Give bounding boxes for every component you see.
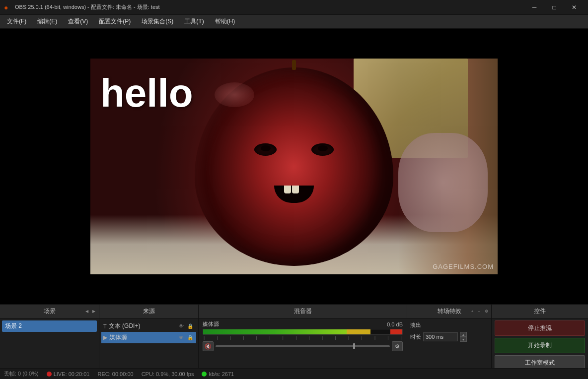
mixer-channel-label: 媒体源 0.0 dB <box>203 320 403 328</box>
sources-panel-header: 来源 <box>99 305 198 318</box>
apple-stem <box>292 60 296 70</box>
preview-area: hello GAGEFILMS.COM <box>0 29 588 304</box>
source-text-actions: 👁 🔒 <box>177 322 194 330</box>
transitions-settings-btn[interactable]: ⚙ <box>483 309 489 315</box>
transitions-type-label: 淡出 <box>410 321 488 329</box>
menu-item-p[interactable]: 配置文件(P) <box>94 16 136 27</box>
mixer-channel-media: 媒体源 0.0 dB ||| ||| ||| ||| ||| | <box>203 320 403 351</box>
title-text: OBS 25.0.1 (64-bit, windows) - 配置文件: 未命名… <box>15 3 160 11</box>
scenes-header-arrows: ◀ ▶ <box>84 309 97 315</box>
mixer-vol-handle[interactable] <box>353 343 355 349</box>
mixer-vol-slider[interactable] <box>216 345 390 347</box>
mixer-panel-header: 混音器 <box>199 305 407 318</box>
source-media-eye-btn[interactable]: 👁 <box>177 334 185 342</box>
start-recording-button[interactable]: 开始录制 <box>495 338 585 353</box>
rec-time-label: REC: 00:00:00 <box>97 371 133 377</box>
kb-indicator <box>202 372 207 377</box>
transitions-panel-header: 转场特效 + − ⚙ <box>407 305 491 318</box>
controls-panel-header: 控件 <box>492 305 588 318</box>
source-media-lock-btn[interactable]: 🔒 <box>186 334 194 342</box>
status-cpu-fps: CPU: 0.9%, 30.00 fps <box>142 371 194 377</box>
source-text-lock-btn[interactable]: 🔒 <box>186 322 194 330</box>
hello-text-overlay: hello <box>100 73 193 113</box>
apple-eye-right <box>311 143 334 156</box>
apple-highlight <box>215 82 254 107</box>
source-text-label: 文本 (GDI+) <box>109 322 141 330</box>
mixer-channel-db: 0.0 dB <box>387 321 403 327</box>
mixer-channel-name: 媒体源 <box>203 320 219 328</box>
cpu-fps-label: CPU: 0.9%, 30.00 fps <box>142 371 194 377</box>
status-live-time: LIVE: 00:20:01 <box>47 371 90 377</box>
stop-streaming-button[interactable]: 停止推流 <box>495 320 585 336</box>
live-indicator <box>47 372 52 377</box>
tooth-1 <box>284 186 291 193</box>
mixer-bar-container <box>203 329 403 335</box>
mixer-bar <box>203 329 402 334</box>
source-media-label: 媒体源 <box>109 333 127 342</box>
source-item-media[interactable]: ▶ 媒体源 👁 🔒 <box>101 332 196 343</box>
transitions-add-btn[interactable]: + <box>469 309 475 315</box>
mixer-bar-red <box>390 329 402 334</box>
menu-item-t[interactable]: 工具(T) <box>179 16 209 27</box>
transitions-header-label: 转场特效 <box>438 307 461 316</box>
watermark-text: GAGEFILMS.COM <box>433 263 494 270</box>
title-bar: ● OBS 25.0.1 (64-bit, windows) - 配置文件: 未… <box>0 0 588 15</box>
transitions-duration-label: 时长 <box>410 333 421 341</box>
media-type-icon: ▶ <box>103 334 107 341</box>
apple-mouth <box>274 186 314 203</box>
minimize-button[interactable]: ─ <box>524 0 544 15</box>
transitions-duration-up[interactable]: ▲ <box>460 332 467 337</box>
transitions-duration-input[interactable] <box>423 332 458 341</box>
scenes-header-label: 场景 <box>44 307 56 316</box>
apple-face <box>244 133 344 208</box>
transitions-duration-row: 时长 ▲ ▼ <box>410 332 488 342</box>
transitions-duration-down[interactable]: ▼ <box>460 337 467 342</box>
controls-header-label: 控件 <box>534 307 546 316</box>
mixer-bar-green <box>203 329 347 334</box>
scene-item-label: 场景 2 <box>5 322 22 330</box>
mixer-header-label: 混音器 <box>294 307 312 316</box>
menu-item-e[interactable]: 编辑(E) <box>32 16 62 27</box>
mixer-bar-yellow <box>347 329 370 334</box>
apple-eye-left <box>254 143 277 156</box>
obs-icon: ● <box>4 3 12 11</box>
scenes-collapse-right[interactable]: ▶ <box>91 309 97 315</box>
transitions-duration-arrows: ▲ ▼ <box>460 332 467 342</box>
preview-canvas: hello GAGEFILMS.COM <box>90 59 498 274</box>
dropped-frames-label: 丢帧: 0 (0.0%) <box>4 370 39 378</box>
transitions-header-controls: + − ⚙ <box>469 309 489 315</box>
transitions-remove-btn[interactable]: − <box>476 309 482 315</box>
status-kb: kb/s: 2671 <box>202 371 234 377</box>
mixer-controls-row: 🔇 ⚙ <box>203 341 403 351</box>
source-media-actions: 👁 🔒 <box>177 334 194 342</box>
title-bar-left: ● OBS 25.0.1 (64-bit, windows) - 配置文件: 未… <box>4 3 160 11</box>
window-controls: ─ □ ✕ <box>524 0 584 15</box>
menu-item-h[interactable]: 帮助(H) <box>210 16 240 27</box>
scenes-panel-header: 场景 ◀ ▶ <box>0 305 99 318</box>
text-type-icon: T <box>103 323 107 329</box>
close-button[interactable]: ✕ <box>564 0 584 15</box>
scenes-collapse-left[interactable]: ◀ <box>84 309 90 315</box>
menu-bar: 文件(F)编辑(E)查看(V)配置文件(P)场景集合(S)工具(T)帮助(H) <box>0 15 588 29</box>
source-item-text[interactable]: T 文本 (GDI+) 👁 🔒 <box>101 320 196 332</box>
menu-item-v[interactable]: 查看(V) <box>63 16 93 27</box>
mixer-mute-btn[interactable]: 🔇 <box>203 341 214 351</box>
background-food <box>398 133 488 232</box>
sources-header-label: 来源 <box>143 307 155 316</box>
status-bar: 丢帧: 0 (0.0%) LIVE: 00:20:01 REC: 00:00:0… <box>0 368 588 379</box>
status-rec-time: REC: 00:00:00 <box>97 371 133 377</box>
scene-item-scene2[interactable]: 场景 2 <box>2 320 97 332</box>
kb-label: kb/s: 2671 <box>209 371 234 377</box>
mixer-ticks: ||| ||| ||| ||| ||| | <box>203 335 403 340</box>
live-time-label: LIVE: 00:20:01 <box>54 371 90 377</box>
maximize-button[interactable]: □ <box>544 0 564 15</box>
source-text-eye-btn[interactable]: 👁 <box>177 322 185 330</box>
status-dropped-frames: 丢帧: 0 (0.0%) <box>4 370 39 378</box>
mixer-settings-btn[interactable]: ⚙ <box>392 341 403 351</box>
menu-item-f[interactable]: 文件(F) <box>2 16 31 27</box>
tooth-2 <box>292 186 299 193</box>
menu-item-s[interactable]: 场景集合(S) <box>137 16 178 27</box>
